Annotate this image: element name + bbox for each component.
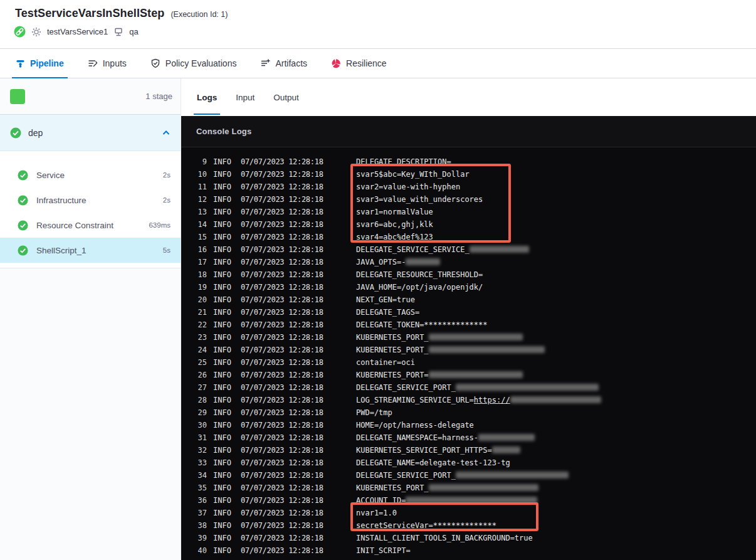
log-timestamp: 07/07/2023 12:28:18	[241, 293, 356, 306]
tab-input[interactable]: Input	[236, 78, 255, 116]
redacted-value	[429, 371, 523, 378]
log-message: LOG_STREAMING_SERVICE_URL=https://	[356, 394, 756, 406]
log-line-number: 32	[181, 444, 207, 457]
log-row: 17INFO07/07/2023 12:28:18JAVA_OPTS=-	[181, 256, 756, 268]
log-message: KUBERNETES_PORT=	[356, 369, 756, 381]
tab-resilience[interactable]: Resilience	[331, 49, 387, 78]
step-duration: 5s	[163, 246, 171, 254]
log-row: 40INFO07/07/2023 12:28:18INIT_SCRIPT=	[181, 544, 756, 557]
execution-id-label: (Execution Id: 1)	[171, 10, 228, 19]
step-list: Service2sInfrastructure2sResource Constr…	[0, 151, 181, 268]
console-panel: Console Logs 9INFO07/07/2023 12:28:18DEL…	[181, 116, 756, 560]
page-header: TestServiceVarsInShellStep (Execution Id…	[0, 0, 756, 49]
check-circle-icon	[18, 245, 28, 256]
log-timestamp: 07/07/2023 12:28:18	[241, 444, 356, 457]
execution-sidebar: 1 stage dep Service2sInfrastructure2sRes…	[0, 78, 181, 560]
tab-policy-evaluations[interactable]: Policy Evaluations	[150, 49, 237, 78]
step-row-shellscript-1[interactable]: ShellScript_15s	[0, 238, 181, 263]
tab-inputs[interactable]: Inputs	[88, 49, 127, 78]
redacted-value	[492, 446, 520, 453]
tab-label: Pipeline	[30, 58, 64, 68]
log-row: 12INFO07/07/2023 12:28:18svar3=value_wit…	[181, 193, 756, 206]
check-circle-icon	[10, 127, 21, 139]
console-title: Console Logs	[196, 127, 251, 136]
log-level: INFO	[213, 168, 233, 181]
redacted-value	[478, 434, 535, 441]
step-duration: 639ms	[149, 221, 171, 229]
environment-name: qa	[129, 27, 138, 36]
tab-artifacts[interactable]: Artifacts	[260, 49, 307, 78]
log-level: INFO	[213, 293, 233, 306]
log-level: INFO	[213, 193, 233, 206]
log-row: 19INFO07/07/2023 12:28:18JAVA_HOME=/opt/…	[181, 281, 756, 293]
title-row: TestServiceVarsInShellStep (Execution Id…	[0, 0, 756, 20]
log-row: 32INFO07/07/2023 12:28:18KUBERNETES_SERV…	[181, 444, 756, 457]
log-message: DELEGATE_RESOURCE_THRESHOLD=	[356, 268, 756, 281]
step-name: Service	[36, 171, 155, 180]
tab-pipeline[interactable]: Pipeline	[16, 49, 64, 78]
log-level: INFO	[213, 231, 233, 243]
log-line-number: 31	[181, 431, 207, 444]
artifacts-icon	[260, 58, 270, 68]
log-line-number: 40	[181, 544, 207, 557]
log-line-number: 19	[181, 281, 207, 293]
log-message: KUBERNETES_PORT_	[356, 482, 756, 494]
execution-meta-row: testVarsService1 qa	[0, 20, 756, 38]
log-timestamp: 07/07/2023 12:28:18	[241, 519, 356, 532]
stage-row-dep[interactable]: dep	[0, 115, 181, 151]
step-row-service[interactable]: Service2s	[0, 162, 181, 188]
log-line-number: 18	[181, 268, 207, 281]
log-row: 24INFO07/07/2023 12:28:18KUBERNETES_PORT…	[181, 344, 756, 356]
check-circle-icon	[18, 220, 28, 231]
redacted-value	[470, 246, 529, 253]
log-timestamp: 07/07/2023 12:28:18	[241, 369, 356, 381]
log-timestamp: 07/07/2023 12:28:18	[241, 532, 356, 544]
log-line-number: 38	[181, 519, 207, 532]
log-level: INFO	[213, 206, 233, 218]
step-details-panel: Logs Input Output Console Logs 9INFO07/0…	[181, 78, 756, 560]
redacted-value	[429, 484, 538, 491]
log-message: DELEGATE_DESCRIPTION=	[356, 156, 756, 168]
log-message: JAVA_HOME=/opt/java/openjdk/	[356, 281, 756, 293]
log-timestamp: 07/07/2023 12:28:18	[241, 331, 356, 344]
log-link[interactable]: https://	[474, 396, 510, 404]
redacted-value	[406, 497, 537, 504]
pipeline-icon	[16, 59, 25, 68]
tab-output[interactable]: Output	[273, 78, 299, 116]
log-level: INFO	[213, 306, 233, 319]
step-row-infrastructure[interactable]: Infrastructure2s	[0, 188, 181, 213]
log-row: 30INFO07/07/2023 12:28:18HOME=/opt/harne…	[181, 419, 756, 431]
log-timestamp: 07/07/2023 12:28:18	[241, 281, 356, 293]
log-timestamp: 07/07/2023 12:28:18	[241, 381, 356, 394]
redacted-value	[406, 258, 440, 265]
chevron-up-icon[interactable]	[162, 129, 171, 137]
log-row: 11INFO07/07/2023 12:28:18svar2=value-wit…	[181, 181, 756, 193]
log-timestamp: 07/07/2023 12:28:18	[241, 457, 356, 469]
log-level: INFO	[213, 218, 233, 231]
log-timestamp: 07/07/2023 12:28:18	[241, 168, 356, 181]
log-message: NEXT_GEN=true	[356, 293, 756, 306]
stage-minimap-tile[interactable]	[10, 89, 25, 104]
log-level: INFO	[213, 156, 233, 168]
log-row: 33INFO07/07/2023 12:28:18DELEGATE_NAME=d…	[181, 457, 756, 469]
log-message: svar3=value_with_underscores	[356, 193, 756, 206]
log-timestamp: 07/07/2023 12:28:18	[241, 431, 356, 444]
log-message: DELEGATE_SERVICE_PORT_	[356, 381, 756, 394]
log-message: KUBERNETES_SERVICE_PORT_HTTPS=	[356, 444, 756, 457]
log-message: DELEGATE_SERVICE_PORT_	[356, 469, 756, 482]
log-message: DELEGATE_TAGS=	[356, 306, 756, 319]
redacted-value	[456, 384, 599, 391]
log-message: svar5$abc=Key_WIth_Dollar	[356, 168, 756, 181]
tab-logs[interactable]: Logs	[197, 78, 217, 116]
sidebar-empty-area	[0, 268, 181, 560]
log-line-number: 26	[181, 369, 207, 381]
log-timestamp: 07/07/2023 12:28:18	[241, 419, 356, 431]
log-line-number: 33	[181, 457, 207, 469]
tab-label: Inputs	[103, 58, 127, 68]
log-row: 20INFO07/07/2023 12:28:18NEXT_GEN=true	[181, 293, 756, 306]
log-line-number: 10	[181, 168, 207, 181]
step-row-resource-constraint[interactable]: Resource Constraint639ms	[0, 213, 181, 238]
log-timestamp: 07/07/2023 12:28:18	[241, 193, 356, 206]
resilience-chaos-icon	[331, 58, 341, 68]
log-level: INFO	[213, 406, 233, 419]
